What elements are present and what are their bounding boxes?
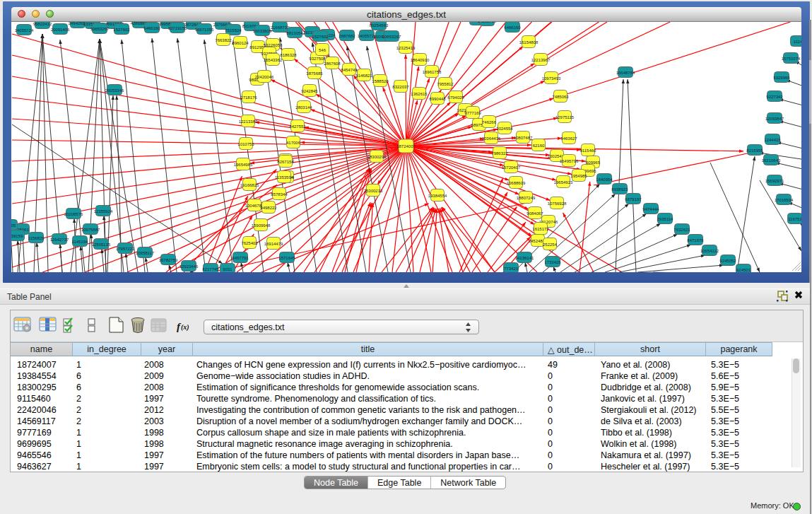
svg-text:16961758: 16961758 bbox=[423, 70, 442, 74]
svg-text:16648784: 16648784 bbox=[616, 71, 635, 75]
svg-text:1244415: 1244415 bbox=[764, 138, 781, 142]
svg-text:8578344: 8578344 bbox=[271, 192, 288, 197]
svg-text:2867608: 2867608 bbox=[324, 62, 341, 66]
svg-text:8960124: 8960124 bbox=[232, 41, 249, 45]
svg-text:19384554: 19384554 bbox=[428, 194, 447, 198]
svg-text:9498222: 9498222 bbox=[260, 206, 277, 210]
svg-text:7625402: 7625402 bbox=[241, 241, 258, 245]
svg-text:20206576: 20206576 bbox=[64, 212, 83, 216]
svg-text:8990448: 8990448 bbox=[429, 97, 446, 101]
svg-text:9463627: 9463627 bbox=[560, 136, 577, 141]
svg-text:1527602: 1527602 bbox=[312, 35, 329, 39]
svg-text:1733426: 1733426 bbox=[544, 260, 561, 264]
svg-text:9242845: 9242845 bbox=[301, 89, 318, 93]
svg-text:7986322: 7986322 bbox=[491, 151, 508, 156]
svg-text:9457791: 9457791 bbox=[232, 256, 249, 260]
svg-text:1527602: 1527602 bbox=[113, 28, 130, 32]
svg-text:609965: 609965 bbox=[586, 160, 601, 165]
svg-text:16495796: 16495796 bbox=[560, 159, 579, 163]
svg-text:9327508: 9327508 bbox=[309, 57, 326, 61]
svg-text:10654112: 10654112 bbox=[700, 249, 719, 253]
svg-text:7955812: 7955812 bbox=[437, 82, 454, 86]
svg-text:12213967: 12213967 bbox=[531, 58, 551, 62]
svg-text:1954985: 1954985 bbox=[570, 174, 587, 178]
svg-text:10807487: 10807487 bbox=[514, 136, 533, 140]
svg-text:1145194: 1145194 bbox=[72, 240, 89, 244]
svg-text:2687682: 2687682 bbox=[339, 34, 355, 38]
svg-text:546: 546 bbox=[319, 48, 326, 52]
svg-text:1156829: 1156829 bbox=[28, 236, 45, 240]
svg-text:9474444: 9474444 bbox=[642, 207, 659, 211]
svg-text:1640954: 1640954 bbox=[596, 177, 613, 182]
svg-text:12975115: 12975115 bbox=[555, 115, 575, 119]
svg-text:11353594: 11353594 bbox=[275, 175, 294, 180]
svg-text:10756928: 10756928 bbox=[548, 201, 567, 206]
svg-text:3875685: 3875685 bbox=[306, 71, 323, 76]
svg-text:10958117: 10958117 bbox=[136, 251, 155, 255]
svg-text:16782759: 16782759 bbox=[159, 258, 178, 262]
svg-text:1362615: 1362615 bbox=[411, 92, 428, 96]
svg-text:10973493: 10973493 bbox=[542, 76, 561, 81]
svg-text:9084067: 9084067 bbox=[526, 211, 543, 216]
svg-text:18640910: 18640910 bbox=[411, 58, 430, 62]
svg-text:17016504: 17016504 bbox=[775, 198, 794, 202]
svg-text:10975887: 10975887 bbox=[81, 228, 100, 232]
svg-text:1010755: 1010755 bbox=[237, 142, 254, 146]
svg-text:6466160: 6466160 bbox=[143, 26, 160, 30]
svg-text:15751074: 15751074 bbox=[782, 57, 801, 61]
svg-text:19654923: 19654923 bbox=[554, 180, 573, 185]
svg-text:9115460: 9115460 bbox=[580, 148, 597, 153]
svg-text:18724007: 18724007 bbox=[396, 144, 416, 148]
svg-text:1571645: 1571645 bbox=[278, 256, 295, 260]
svg-text:8322037: 8322037 bbox=[392, 85, 409, 89]
svg-text:39159: 39159 bbox=[11, 234, 23, 238]
svg-text:16543362: 16543362 bbox=[264, 58, 283, 62]
svg-text:14136141: 14136141 bbox=[515, 256, 534, 260]
svg-text:10719155: 10719155 bbox=[168, 26, 187, 30]
svg-text:15692971: 15692971 bbox=[765, 179, 784, 183]
svg-text:417006: 417006 bbox=[286, 141, 301, 145]
svg-text:53226058: 53226058 bbox=[264, 43, 283, 47]
svg-text:9245052: 9245052 bbox=[719, 259, 736, 263]
svg-text:1114: 1114 bbox=[794, 40, 801, 44]
svg-text:22420046: 22420046 bbox=[255, 75, 274, 79]
svg-text:3024554: 3024554 bbox=[496, 127, 513, 131]
svg-text:8186328: 8186328 bbox=[280, 53, 297, 57]
svg-text:16210643: 16210643 bbox=[762, 158, 781, 163]
svg-text:8813054: 8813054 bbox=[286, 31, 303, 35]
svg-text:252254: 252254 bbox=[543, 243, 558, 247]
svg-text:6879197: 6879197 bbox=[625, 197, 642, 201]
svg-text:16914479: 16914479 bbox=[264, 242, 283, 246]
svg-text:1588520: 1588520 bbox=[372, 79, 389, 83]
svg-text:10688609: 10688609 bbox=[507, 181, 526, 185]
svg-text:6466160: 6466160 bbox=[504, 25, 521, 30]
svg-text:9031: 9031 bbox=[223, 267, 233, 271]
svg-text:6794028: 6794028 bbox=[447, 95, 464, 100]
svg-text:2718176: 2718176 bbox=[240, 95, 257, 100]
svg-text:10653267: 10653267 bbox=[90, 27, 110, 31]
svg-text:116753: 116753 bbox=[788, 217, 801, 221]
svg-text:9146821: 9146821 bbox=[355, 74, 372, 78]
svg-text:89254563: 89254563 bbox=[370, 23, 389, 28]
svg-text:16671355: 16671355 bbox=[195, 28, 214, 32]
svg-text:18807249: 18807249 bbox=[517, 196, 536, 200]
svg-text:7663822: 7663822 bbox=[215, 38, 232, 42]
svg-text:8938923: 8938923 bbox=[611, 187, 628, 192]
svg-text:15720407: 15720407 bbox=[502, 165, 521, 170]
svg-text:18300295: 18300295 bbox=[367, 155, 387, 159]
svg-text:14055724: 14055724 bbox=[15, 28, 34, 33]
svg-text:(x): (x) bbox=[181, 323, 189, 332]
svg-text:21668732: 21668732 bbox=[271, 25, 290, 30]
svg-text:12505135: 12505135 bbox=[92, 243, 111, 247]
svg-text:12325419: 12325419 bbox=[396, 46, 416, 50]
svg-text:10653267: 10653267 bbox=[382, 35, 401, 39]
svg-text:12355924: 12355924 bbox=[94, 209, 113, 214]
svg-text:15909948: 15909948 bbox=[252, 223, 271, 228]
svg-text:12942737: 12942737 bbox=[50, 238, 69, 242]
svg-text:7515524: 7515524 bbox=[225, 28, 242, 33]
svg-text:15305: 15305 bbox=[11, 223, 16, 228]
svg-text:20091406: 20091406 bbox=[51, 28, 70, 32]
svg-text:16154808: 16154808 bbox=[519, 40, 539, 45]
svg-text:1615172: 1615172 bbox=[532, 227, 549, 231]
svg-text:746266: 746266 bbox=[482, 120, 497, 124]
